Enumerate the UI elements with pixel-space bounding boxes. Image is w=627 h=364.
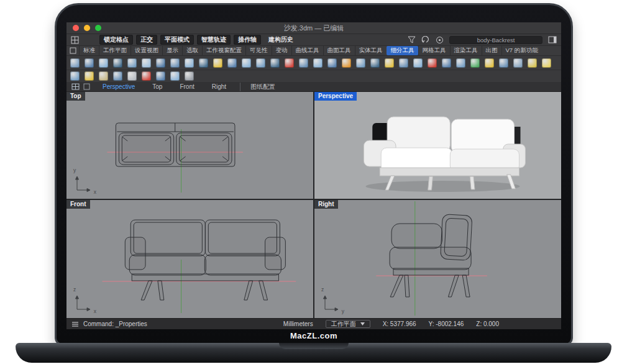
axis-indicator: z y xyxy=(322,293,343,312)
tool-icon[interactable] xyxy=(399,58,408,68)
mode-toggles: 锁定格点正交平面模式智慧轨迹操作轴建构历史 xyxy=(99,35,298,45)
viewport-tab[interactable]: Right xyxy=(203,83,235,90)
tool-icon[interactable] xyxy=(185,58,194,68)
ribbon-tab[interactable]: 渲染工具 xyxy=(450,46,482,55)
tool-icon[interactable] xyxy=(542,58,551,68)
laptop-base xyxy=(16,343,611,363)
ribbon-tab[interactable]: 显示 xyxy=(162,46,182,55)
ribbon-tab[interactable]: 出图 xyxy=(482,46,501,55)
tool-icon[interactable] xyxy=(227,58,237,68)
mode-toggle-button[interactable]: 操作轴 xyxy=(234,35,261,45)
command-line[interactable]: Command: _Properties xyxy=(83,321,147,327)
viewport-label[interactable]: Top xyxy=(66,92,85,101)
tool-icon[interactable] xyxy=(70,58,80,68)
ribbon-tab[interactable]: 细分工具 xyxy=(387,46,418,55)
tool-icon[interactable] xyxy=(327,58,337,68)
target-icon[interactable] xyxy=(436,36,444,44)
tool-icon[interactable] xyxy=(156,71,165,81)
tool-icon[interactable] xyxy=(499,58,508,68)
viewport-perspective[interactable]: Perspective xyxy=(314,92,561,199)
history-arrow-icon[interactable] xyxy=(421,36,430,43)
tool-icon[interactable] xyxy=(142,71,151,81)
fullscreen-button[interactable] xyxy=(95,25,101,31)
viewport-label[interactable]: Perspective xyxy=(314,92,357,101)
panel-toggle-icon[interactable] xyxy=(548,36,557,43)
viewport-right[interactable]: Right z y xyxy=(314,200,561,318)
tool-icon[interactable] xyxy=(356,58,365,68)
ribbon-tab[interactable]: 变动 xyxy=(272,46,291,55)
units-label[interactable]: Millimeters xyxy=(283,321,313,327)
tool-icon[interactable] xyxy=(442,58,451,68)
tool-icon[interactable] xyxy=(270,58,280,68)
grid-snap-icon[interactable] xyxy=(71,36,79,44)
viewport-single-icon[interactable] xyxy=(83,83,90,90)
mode-toggle-button[interactable]: 平面模式 xyxy=(160,35,194,45)
tool-icon[interactable] xyxy=(528,58,537,68)
sofa-front-wireframe xyxy=(66,200,313,318)
tool-icon[interactable] xyxy=(342,58,351,68)
ribbon-tab[interactable]: 网格工具 xyxy=(418,46,450,55)
mode-toggle-button[interactable]: 锁定格点 xyxy=(99,35,133,45)
tool-icon[interactable] xyxy=(199,58,208,68)
status-bar: Command: _Properties Millimeters 工作平面 X:… xyxy=(66,318,561,329)
mode-toggle-button[interactable]: 智慧轨迹 xyxy=(197,35,231,45)
mode-toggle-button[interactable]: 正交 xyxy=(136,35,157,45)
viewport-tab[interactable]: Front xyxy=(171,83,203,90)
tool-icon[interactable] xyxy=(99,58,108,68)
minimize-button[interactable] xyxy=(84,25,90,31)
ribbon-tab[interactable]: 设置视图 xyxy=(130,46,162,55)
tool-icon[interactable] xyxy=(285,58,294,68)
viewport-tab[interactable]: Perspective xyxy=(94,83,144,90)
search-input[interactable] xyxy=(449,36,542,44)
tool-icon[interactable] xyxy=(99,71,108,81)
laptop-mockup: 沙发.3dm — 已编辑 锁定格点正交平面模式智慧轨迹操作轴建构历史 xyxy=(0,0,627,364)
tool-icon[interactable] xyxy=(213,58,222,68)
tool-icon[interactable] xyxy=(170,71,180,81)
viewport-layout-icon[interactable] xyxy=(71,83,80,90)
viewport-top[interactable]: Top y x xyxy=(66,92,313,199)
ribbon-tab[interactable]: 标准 xyxy=(79,46,99,55)
ribbon-tab[interactable]: 曲线工具 xyxy=(291,46,323,55)
tool-icon[interactable] xyxy=(513,58,523,68)
viewport-tab[interactable]: 图纸配置 xyxy=(240,83,284,91)
viewport-tab[interactable]: Top xyxy=(144,83,171,90)
tool-icon[interactable] xyxy=(385,58,394,68)
filter-icon[interactable] xyxy=(408,36,416,43)
tool-icon[interactable] xyxy=(127,71,137,81)
tool-icon[interactable] xyxy=(456,58,465,68)
tool-icon[interactable] xyxy=(299,58,308,68)
tool-icon[interactable] xyxy=(113,58,122,68)
tool-icon[interactable] xyxy=(127,58,137,68)
ribbon-tab[interactable]: 选取 xyxy=(182,46,202,55)
tool-icon[interactable] xyxy=(485,58,494,68)
tool-icon[interactable] xyxy=(256,58,265,68)
tool-icon[interactable] xyxy=(113,71,122,81)
close-button[interactable] xyxy=(73,25,79,31)
tool-icon[interactable] xyxy=(156,58,165,68)
ribbon-tab[interactable]: 曲面工具 xyxy=(323,46,355,55)
ribbon-tab[interactable]: 工作视窗配置 xyxy=(202,46,245,55)
tool-icon[interactable] xyxy=(428,58,437,68)
command-menu-icon[interactable] xyxy=(71,321,79,327)
tool-icon[interactable] xyxy=(85,58,94,68)
viewport-label[interactable]: Front xyxy=(66,200,90,209)
tool-icon[interactable] xyxy=(142,58,151,68)
ribbon-tab[interactable]: V7 的新功能 xyxy=(501,46,542,55)
tool-icon[interactable] xyxy=(242,58,251,68)
cplane-dropdown[interactable]: 工作平面 xyxy=(326,320,370,328)
mode-toggle-button[interactable]: 建构历史 xyxy=(264,35,298,45)
tool-icon[interactable] xyxy=(413,58,423,68)
tool-icon[interactable] xyxy=(170,58,180,68)
tool-icon[interactable] xyxy=(70,71,80,81)
viewport-front[interactable]: Front z x xyxy=(66,200,313,318)
ribbon-tab[interactable]: 可见性 xyxy=(245,46,272,55)
tool-icon[interactable] xyxy=(470,58,480,68)
tool-icon[interactable] xyxy=(313,58,323,68)
viewport-label[interactable]: Right xyxy=(314,200,338,209)
ribbon-tab[interactable]: 实体工具 xyxy=(355,46,387,55)
ribbon-tab[interactable]: 工作平面 xyxy=(99,46,130,55)
tab-group-icon[interactable] xyxy=(70,47,76,54)
tool-icon[interactable] xyxy=(185,71,194,81)
tool-icon[interactable] xyxy=(370,58,380,68)
tool-icon[interactable] xyxy=(85,71,94,81)
